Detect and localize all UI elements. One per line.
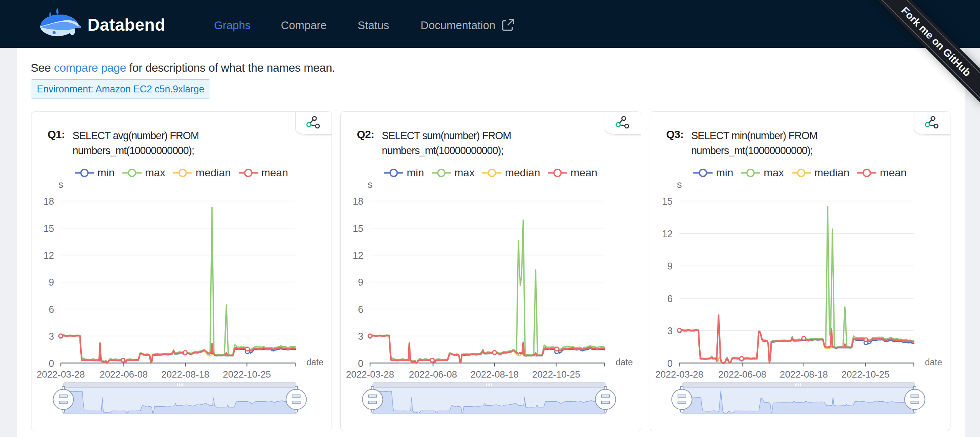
svg-text:date: date	[616, 357, 633, 367]
svg-text:12: 12	[43, 250, 54, 261]
svg-text:0: 0	[667, 358, 673, 369]
svg-text:12: 12	[353, 250, 363, 261]
svg-text:18: 18	[43, 196, 54, 207]
svg-text:2022-08-18: 2022-08-18	[470, 369, 518, 380]
svg-text:2022-03-28: 2022-03-28	[37, 369, 85, 380]
svg-text:6: 6	[49, 304, 54, 315]
svg-text:0: 0	[358, 358, 363, 369]
svg-text:date: date	[307, 357, 324, 367]
svg-text:3: 3	[49, 331, 54, 342]
svg-text:9: 9	[667, 261, 673, 271]
svg-text:15: 15	[43, 223, 54, 234]
svg-text:2022-06-08: 2022-06-08	[409, 369, 457, 380]
svg-text:6: 6	[358, 304, 363, 315]
svg-text:3: 3	[358, 331, 363, 342]
svg-text:15: 15	[662, 196, 673, 207]
svg-text:2022-03-28: 2022-03-28	[346, 369, 394, 380]
svg-text:12: 12	[662, 228, 673, 239]
svg-text:15: 15	[353, 223, 363, 234]
svg-text:2022-03-28: 2022-03-28	[655, 369, 703, 380]
svg-text:s: s	[58, 179, 63, 190]
svg-text:3: 3	[667, 325, 673, 336]
svg-text:0: 0	[49, 358, 54, 369]
svg-text:2022-08-18: 2022-08-18	[161, 369, 209, 380]
svg-text:2022-08-18: 2022-08-18	[780, 369, 828, 380]
svg-text:2022-10-25: 2022-10-25	[841, 369, 889, 380]
svg-text:2022-10-25: 2022-10-25	[532, 369, 580, 380]
svg-text:2022-10-25: 2022-10-25	[223, 369, 271, 380]
svg-text:s: s	[677, 179, 682, 190]
svg-text:s: s	[368, 179, 373, 190]
svg-text:2022-06-08: 2022-06-08	[718, 369, 766, 380]
svg-text:date: date	[925, 357, 942, 367]
svg-text:6: 6	[667, 293, 673, 304]
svg-text:9: 9	[49, 277, 54, 288]
svg-text:2022-06-08: 2022-06-08	[100, 369, 148, 380]
svg-text:9: 9	[358, 277, 363, 288]
svg-text:18: 18	[353, 196, 363, 207]
